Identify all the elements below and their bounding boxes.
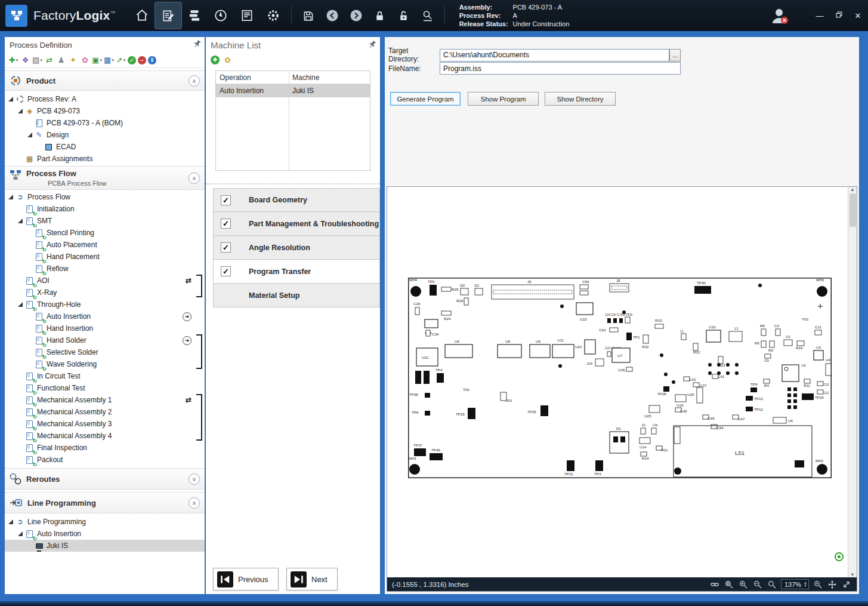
expander-icon[interactable]	[18, 531, 23, 537]
redo-button[interactable]	[344, 4, 368, 27]
remove-circle-icon[interactable]: −	[138, 56, 146, 64]
step-item-program-transfer[interactable]: ✓Program Transfer	[213, 260, 380, 284]
navigation-button[interactable]	[208, 2, 234, 29]
tree-item-mechanical-assembly-1[interactable]: Mechanical Assembly 1⇄	[5, 394, 205, 406]
expander-icon[interactable]	[8, 195, 14, 200]
close-button[interactable]: ✕	[852, 11, 863, 20]
hold-circle-icon[interactable]: ‖	[148, 56, 156, 64]
tree-item-x-ray[interactable]: X-Ray	[5, 287, 205, 299]
next-button[interactable]: Next	[286, 568, 338, 590]
generate-program-button[interactable]: Generate Program	[390, 92, 461, 106]
scroll-up-arrow[interactable]: ▲	[850, 187, 855, 192]
tree-item-process-rev-a[interactable]: Process Rev: A	[5, 93, 205, 105]
user-icon[interactable]: ♟	[56, 55, 66, 65]
tree-item-final-inspection[interactable]: Final Inspection	[5, 442, 205, 454]
lock-button[interactable]	[368, 4, 392, 27]
unlock-button[interactable]	[392, 4, 416, 27]
tree-item-line-programming[interactable]: ➲Line Programming	[5, 516, 205, 528]
tree-item-design[interactable]: ✎Design	[5, 129, 205, 141]
target-directory-input[interactable]	[440, 49, 669, 61]
tree-item-reflow[interactable]: Reflow	[5, 263, 205, 275]
materials-button[interactable]	[181, 2, 208, 29]
filename-input[interactable]	[440, 62, 681, 75]
undo-button[interactable]	[320, 4, 344, 27]
tree-item-hand-insertion[interactable]: Hand Insertion	[5, 322, 205, 334]
machine-table[interactable]: Operation Machine Auto InsertionJuki IS	[215, 70, 370, 171]
zoom-selection-icon[interactable]	[813, 579, 823, 590]
expander-icon[interactable]	[8, 519, 14, 525]
step-item-board-geometry[interactable]: ✓Board Geometry	[213, 188, 380, 212]
machine-steps-splitter[interactable]	[206, 183, 380, 184]
tree-item-mechanical-assembly-2[interactable]: Mechanical Assembly 2	[5, 406, 205, 418]
pin-icon[interactable]	[191, 39, 202, 50]
tree-item-wave-soldering[interactable]: Wave Soldering	[5, 358, 205, 370]
inspect-button[interactable]	[416, 4, 440, 27]
show-directory-button[interactable]: Show Directory	[545, 92, 616, 106]
save-button[interactable]	[296, 4, 320, 27]
tree-item-auto-insertion[interactable]: Auto Insertion➜	[5, 310, 205, 322]
process-flow-collapse-button[interactable]: ∧	[189, 173, 200, 184]
pcb-viewer[interactable]: MH4MH3MH1MH2TP5R25Q2Q1J9C56J8TP30C26R26R…	[387, 186, 857, 592]
resize-grip-icon[interactable]	[841, 579, 852, 590]
tree-item-hand-solder[interactable]: Hand Solder➜	[5, 334, 205, 346]
process-flow-section-header[interactable]: Process Flow PCBA Process Flow ∧	[5, 166, 205, 190]
print-icon[interactable]: ▤▾	[32, 55, 42, 65]
add-icon[interactable]: ✚▾	[8, 55, 18, 65]
reroutes-section-header[interactable]: Reroutes ∨	[5, 468, 205, 490]
viewer-status-icon[interactable]	[835, 552, 844, 561]
tree-item-smt[interactable]: SMT	[5, 215, 205, 227]
machine-wizard-icon[interactable]: ✿	[223, 55, 233, 65]
tree-item-initialization[interactable]: Initialization	[5, 203, 205, 215]
tree-item-process-flow[interactable]: ➲Process Flow	[5, 191, 205, 203]
tree-item-packout[interactable]: Packout	[5, 454, 205, 466]
tree-item-stencil-printing[interactable]: Stencil Printing	[5, 227, 205, 239]
pan-icon[interactable]	[827, 579, 838, 590]
home-button[interactable]	[129, 2, 155, 29]
expander-icon[interactable]	[18, 219, 23, 224]
tree-item-mechanical-assembly-4[interactable]: Mechanical Assembly 4	[5, 430, 205, 442]
settings-gear-button[interactable]	[260, 2, 286, 29]
reports-button[interactable]	[234, 2, 260, 29]
product-collapse-button[interactable]: ∧	[189, 75, 200, 87]
expander-icon[interactable]	[18, 302, 23, 307]
tree-item-mechanical-assembly-3[interactable]: Mechanical Assembly 3	[5, 418, 205, 430]
zoom-spinner[interactable]: ▲▼	[804, 582, 807, 587]
tree-item-in-circuit-test[interactable]: In Circuit Test	[5, 370, 205, 382]
step-item-part-management-troubleshooting[interactable]: ✓Part Management & Troubleshooting	[213, 212, 380, 236]
tree-item-through-hole[interactable]: Through-Hole	[5, 299, 205, 310]
share-icon[interactable]: ❖	[20, 55, 30, 65]
tree-item-part-assignments[interactable]: ▦Part Assignments	[5, 153, 205, 165]
zoom-out-icon[interactable]	[752, 579, 763, 590]
viewer-scrollbar[interactable]: ▲ ▼	[848, 187, 857, 577]
step-checkbox[interactable]: ✓	[221, 195, 231, 205]
expander-icon[interactable]	[8, 97, 14, 102]
tree-item-auto-placement[interactable]: Auto Placement	[5, 239, 205, 251]
tree-item-juki-is[interactable]: Juki IS	[5, 540, 205, 552]
browse-button[interactable]: ...	[669, 49, 681, 61]
zoom-level-control[interactable]: 137% ▲▼	[781, 579, 809, 589]
user-session-icon[interactable]	[769, 5, 789, 26]
tree-item-pcb-429-073-a-bom[interactable]: PCB 429-073 - A (BOM)	[5, 117, 205, 129]
step-item-material-setup[interactable]: Material Setup	[213, 284, 380, 307]
show-program-button[interactable]: Show Program	[468, 92, 539, 106]
link-icon[interactable]	[709, 579, 720, 590]
machine-table-row[interactable]: Auto InsertionJuki IS	[216, 84, 370, 97]
flower-icon[interactable]: ✿	[80, 55, 90, 65]
module-icon[interactable]: ▦▾	[104, 55, 114, 65]
tree-item-ecad[interactable]: ECAD	[5, 141, 205, 153]
step-checkbox[interactable]: ✓	[221, 219, 231, 229]
previous-button[interactable]: Previous	[213, 568, 279, 590]
refresh-icon[interactable]: ⇄	[44, 55, 54, 65]
tree-item-functional-test[interactable]: Functional Test	[5, 382, 205, 394]
scroll-down-arrow[interactable]: ▼	[850, 572, 855, 577]
line-programming-section-header[interactable]: Line Programming ∧	[5, 492, 205, 513]
add-machine-icon[interactable]: ✚	[211, 56, 220, 64]
tree-item-hand-placement[interactable]: Hand Placement	[5, 251, 205, 263]
step-checkbox[interactable]: ✓	[221, 242, 231, 253]
approve-circle-icon[interactable]: ✓	[128, 56, 136, 64]
expander-icon[interactable]	[18, 109, 23, 114]
reroutes-expand-button[interactable]: ∨	[189, 473, 200, 485]
scrollbar-thumb[interactable]	[850, 193, 856, 227]
tree-item-selective-solder[interactable]: Selective Solder	[5, 346, 205, 358]
step-item-angle-resolution[interactable]: ✓Angle Resolution	[213, 236, 380, 260]
